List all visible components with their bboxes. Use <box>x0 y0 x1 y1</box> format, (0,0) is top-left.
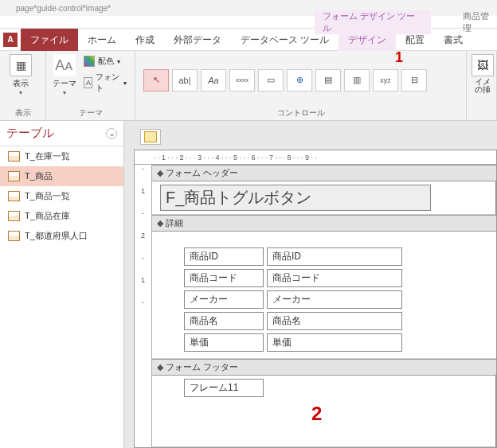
annotation-2: 2 <box>311 403 322 425</box>
access-app-icon: A <box>3 33 18 47</box>
field-input[interactable]: 商品コード <box>267 269 402 287</box>
table-icon <box>8 191 20 201</box>
workspace: テーブル ⌄ T_在庫一覧 T_商品 T_商品一覧 T_商品在庫 T_都道府県人… <box>0 121 497 448</box>
section-bar-detail[interactable]: ◆詳細 <box>152 215 496 232</box>
navigation-pane: テーブル ⌄ T_在庫一覧 T_商品 T_商品一覧 T_商品在庫 T_都道府県人… <box>0 121 124 448</box>
image-icon: 🖼 <box>472 54 494 76</box>
view-group-label: 表示 <box>5 106 41 119</box>
control-navigation[interactable]: ▤ <box>315 69 341 92</box>
view-label: 表示 <box>13 78 29 89</box>
field-row-name: 商品名商品名 <box>184 312 488 330</box>
horizontal-ruler: · · 1 · · · 2 · · · 3 · · · 4 · · · 5 · … <box>135 150 496 165</box>
field-row-price: 単価単価 <box>184 333 488 352</box>
fonts-button[interactable]: Aフォント▾ <box>80 70 130 95</box>
nav-header[interactable]: テーブル ⌄ <box>0 121 123 146</box>
form-design-area: · · 1 · · · 2 · · · 3 · · · 4 · · · 5 · … <box>124 121 497 448</box>
bullet-icon: ◆ <box>157 218 163 228</box>
nav-header-title: テーブル <box>6 126 54 141</box>
tab-format[interactable]: 書式 <box>434 29 472 51</box>
field-label[interactable]: メーカー <box>184 290 264 309</box>
groupbox-icon: ▥ <box>353 75 361 85</box>
tab-create[interactable]: 作成 <box>126 29 164 51</box>
nav-item-t-shohin-zaiko[interactable]: T_商品在庫 <box>0 206 123 226</box>
form-sections: ◆フォーム ヘッダー F_商品トグルボタン ◆詳細 商品ID商品ID 商品コード… <box>152 165 496 447</box>
table-icon <box>8 231 20 241</box>
section-header-content[interactable]: F_商品トグルボタン <box>152 181 496 215</box>
field-row-id: 商品ID商品ID <box>184 247 488 266</box>
theme-group-label: テーマ <box>51 106 130 119</box>
group-view: ▦ 表示 ▾ 表示 <box>0 51 46 120</box>
field-label[interactable]: 商品ID <box>184 247 264 266</box>
tab-home[interactable]: ホーム <box>78 29 126 51</box>
controls-group-label: コントロール <box>140 106 461 119</box>
control-pagebreak[interactable]: ⊟ <box>401 69 427 92</box>
globe-icon: ⊕ <box>296 75 303 85</box>
control-optiongroup[interactable]: ▥ <box>344 69 370 92</box>
form-canvas: · · 1 · · · 2 · · · 3 · · · 4 · · · 5 · … <box>134 150 497 448</box>
field-input[interactable]: 商品名 <box>267 312 402 330</box>
table-icon <box>8 211 20 221</box>
field-label[interactable]: 商品コード <box>184 269 264 287</box>
nav-item-t-todofuken[interactable]: T_都道府県人口 <box>0 226 123 246</box>
control-textbox[interactable]: ab| <box>172 69 198 92</box>
field-input[interactable]: 商品ID <box>267 247 402 266</box>
group-themes: Aᴀ テーマ ▾ 配色▾ Aフォント▾ テーマ <box>46 51 135 120</box>
chevron-down-icon[interactable]: ⌄ <box>106 128 117 139</box>
theme-label: テーマ <box>53 78 76 89</box>
tab-external-data[interactable]: 外部データ <box>164 29 231 51</box>
field-label[interactable]: 商品名 <box>184 312 264 330</box>
option-frame[interactable]: フレーム11 <box>184 379 264 397</box>
pagebreak-icon: ⊟ <box>411 75 418 85</box>
control-button[interactable]: xxxx <box>229 69 255 92</box>
control-label[interactable]: Aa <box>201 69 226 92</box>
insert-image-button[interactable]: 🖼 イメ の挿 <box>472 54 494 94</box>
nav-icon: ▤ <box>324 75 332 85</box>
cursor-icon: ↖ <box>153 75 160 85</box>
colors-label: 配色 <box>98 56 114 67</box>
tab-file[interactable]: ファイル <box>21 29 78 51</box>
bullet-icon: ◆ <box>157 362 163 372</box>
textbox-icon: ab| <box>178 76 190 85</box>
nav-item-label: T_商品一覧 <box>25 190 70 202</box>
field-input[interactable]: メーカー <box>267 290 402 309</box>
tab-arrange[interactable]: 配置 <box>396 29 434 51</box>
bullet-icon: ◆ <box>157 168 163 178</box>
control-hyperlink[interactable]: ⊕ <box>287 69 312 92</box>
field-row-code: 商品コード商品コード <box>184 269 488 287</box>
nav-item-t-shohin[interactable]: T_商品 <box>0 166 123 186</box>
section-bar-header[interactable]: ◆フォーム ヘッダー <box>152 165 496 181</box>
tab-database-tools[interactable]: データベース ツール <box>231 29 339 51</box>
nav-item-label: T_都道府県人口 <box>25 230 88 242</box>
section-detail-content[interactable]: 商品ID商品ID 商品コード商品コード メーカーメーカー 商品名商品名 単価単価 <box>152 232 496 359</box>
label-icon: Aa <box>208 76 218 85</box>
annotation-1: 1 <box>395 49 403 66</box>
control-tab[interactable]: ▭ <box>258 69 284 92</box>
tab-design[interactable]: デザイン <box>339 29 396 51</box>
group-controls: ↖ ab| Aa xxxx ▭ ⊕ ▤ ▥ xyz ⊟ コントロール 1 <box>135 51 467 120</box>
nav-item-label: T_商品 <box>25 170 53 182</box>
section-footer-content[interactable]: フレーム11 2 <box>152 376 496 447</box>
nav-item-t-shohin-ichiran[interactable]: T_商品一覧 <box>0 186 123 206</box>
form-document-tab[interactable] <box>140 129 161 145</box>
themes-button[interactable]: Aᴀ テーマ ▾ <box>51 54 77 96</box>
field-label[interactable]: 単価 <box>184 333 264 352</box>
view-button[interactable]: ▦ 表示 ▾ <box>5 54 37 96</box>
dropdown-icon: ▾ <box>63 89 66 96</box>
colors-button[interactable]: 配色▾ <box>80 54 130 68</box>
vertical-ruler: -1-2-1- <box>135 165 152 447</box>
nav-item-label: T_在庫一覧 <box>25 150 70 162</box>
form-title[interactable]: F_商品トグルボタン <box>160 185 431 211</box>
button-icon: xxxx <box>236 76 248 84</box>
group-image: 🖼 イメ の挿 <box>467 51 497 120</box>
image-label: イメ の挿 <box>475 78 491 94</box>
dropdown-icon: ▾ <box>19 89 22 96</box>
tab-icon: ▭ <box>267 75 275 85</box>
control-select[interactable]: ↖ <box>143 69 169 92</box>
color-swatch-icon <box>84 56 95 67</box>
nav-item-t-zaiko[interactable]: T_在庫一覧 <box>0 146 123 166</box>
section-bar-footer[interactable]: ◆フォーム フッター <box>152 359 496 376</box>
field-input[interactable]: 単価 <box>267 333 402 352</box>
control-combobox[interactable]: xyz <box>373 69 398 92</box>
table-icon <box>8 151 20 162</box>
section-detail-label: 詳細 <box>166 217 183 229</box>
